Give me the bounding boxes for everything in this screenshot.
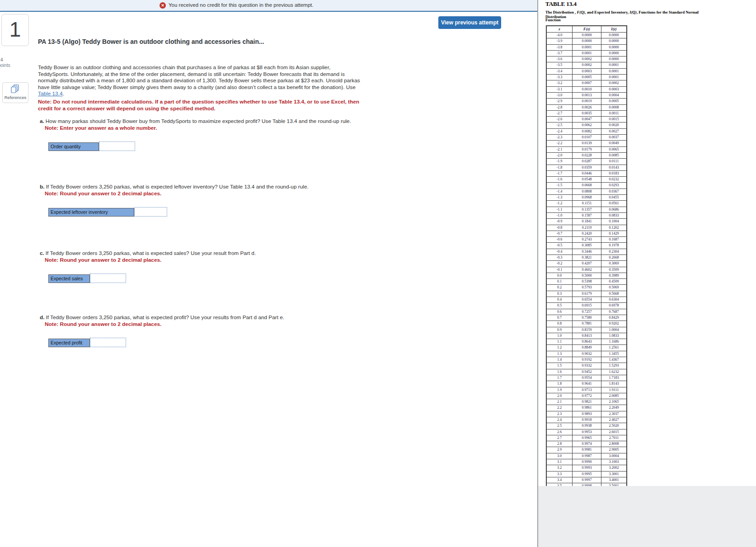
- table-cell: 2.1: [546, 399, 573, 405]
- table-row: 1.10.86431.1686: [546, 339, 627, 345]
- table-cell: 0.0001: [601, 75, 627, 80]
- table-cell: 2.8008: [601, 441, 627, 447]
- table-cell: 0.4602: [573, 267, 601, 273]
- table-cell: -2.5: [546, 123, 573, 128]
- table-row: -2.00.02280.0085: [546, 152, 627, 158]
- table-cell: 0.0008: [601, 104, 627, 110]
- column-header-fz: F(z): [573, 26, 601, 33]
- table-cell: 0.8429: [601, 315, 627, 321]
- table-row: -2.70.00350.0011: [546, 110, 627, 116]
- table-cell: 0.8849: [573, 345, 601, 351]
- table-cell: -1.2: [546, 201, 573, 207]
- table-cell: -3.3: [546, 75, 573, 80]
- table-cell: 0.9918: [573, 417, 601, 423]
- subtitle-prefix: The Distribution ,: [545, 10, 577, 14]
- table-cell: 3.4001: [601, 477, 627, 483]
- table-row: 0.20.57930.5069: [546, 285, 627, 291]
- table-cell: 0.0026: [573, 104, 601, 110]
- table-cell: 1.0004: [601, 327, 627, 333]
- table-cell: 0.0062: [573, 123, 601, 128]
- table-row: -0.30.38210.2668: [546, 255, 627, 260]
- table-cell: 0.0548: [573, 177, 601, 183]
- table-row: -1.60.05480.0232: [546, 177, 627, 183]
- table-cell: 0.6179: [573, 291, 601, 297]
- expected-profit-input[interactable]: [90, 338, 126, 347]
- table-row: -2.90.00190.0005: [546, 99, 627, 104]
- table-cell: 0.9893: [573, 411, 601, 417]
- table-row: 0.90.81591.0004: [546, 327, 627, 333]
- part-d-question: If Teddy Bower orders 3,250 parkas, what…: [46, 314, 284, 321]
- problem-text: Teddy Bower is an outdoor clothing and a…: [38, 64, 360, 90]
- points-label: points: [0, 63, 10, 68]
- table-cell: -1.3: [546, 195, 573, 201]
- table-cell: 3.3: [546, 471, 573, 477]
- table-cell: 0.0000: [573, 33, 601, 38]
- part-a-note: Note: Enter your answer as a whole numbe…: [40, 125, 371, 132]
- table-cell: 0.0293: [601, 183, 627, 189]
- table-row: -3.80.00010.0000: [546, 44, 627, 50]
- table-cell: 0.9965: [573, 435, 601, 441]
- expected-leftover-inventory-input[interactable]: [134, 207, 167, 217]
- table-cell: -3.4: [546, 68, 573, 74]
- table-cell: 3.2002: [601, 465, 627, 471]
- table-cell: 0.0968: [573, 195, 601, 201]
- table-row: -3.20.00070.0002: [546, 80, 627, 86]
- table-row: -1.10.13570.0686: [546, 207, 627, 212]
- table-cell: -2.1: [546, 146, 573, 152]
- expected-sales-input[interactable]: [90, 274, 126, 283]
- table-13-4-link[interactable]: Table 13.4: [38, 90, 62, 97]
- question-part-b: b.If Teddy Bower orders 3,250 parkas, wh…: [40, 184, 371, 217]
- table-cell: -1.4: [546, 189, 573, 194]
- references-button[interactable]: References: [2, 82, 28, 103]
- table-cell: 0.5000: [573, 273, 601, 278]
- points-value: 4: [0, 57, 10, 63]
- table-cell: -3.6: [546, 57, 573, 62]
- table-cell: 0.0: [546, 273, 573, 278]
- table-cell: -2.4: [546, 128, 573, 134]
- table-cell: 1.0833: [601, 333, 627, 339]
- table-cell: 0.1: [546, 279, 573, 285]
- table-cell: 0.0003: [573, 68, 601, 74]
- table-cell: -1.1: [546, 207, 573, 212]
- table-cell: -2.0: [546, 152, 573, 158]
- table-cell: 1.5: [546, 363, 573, 369]
- table-cell: 0.9192: [573, 357, 601, 363]
- order-quantity-input[interactable]: [99, 141, 135, 151]
- table-cell: 0.9821: [573, 399, 601, 405]
- table-cell: -1.7: [546, 170, 573, 176]
- no-credit-banner: ✕ You received no credit for this questi…: [0, 0, 537, 12]
- subtitle-i-symbol: I(Q): [629, 10, 637, 14]
- table-cell: 0.2304: [601, 249, 627, 255]
- table-cell: 2.3037: [601, 411, 627, 417]
- view-previous-attempt-button[interactable]: View previous attempt: [438, 16, 501, 29]
- problem-title: PA 13-5 (Algo) Teddy Bower is an outdoor…: [38, 38, 264, 45]
- table-cell: 0.0143: [601, 165, 627, 170]
- table-cell: 0.0049: [601, 141, 627, 146]
- table-cell: 3.0004: [601, 453, 627, 459]
- table-cell: 1.3: [546, 351, 573, 357]
- table-row: -2.10.01790.0065: [546, 146, 627, 152]
- table-cell: 0.2743: [573, 237, 601, 243]
- table-cell: 0.0111: [601, 159, 627, 165]
- error-icon: ✕: [160, 2, 166, 9]
- table-cell: 0.0015: [601, 117, 627, 123]
- table-cell: -0.6: [546, 237, 573, 243]
- table-row: 2.40.99182.4027: [546, 417, 627, 423]
- part-d-text: d.If Teddy Bower orders 3,250 parkas, wh…: [40, 314, 371, 321]
- table-cell: 0.0013: [573, 92, 601, 98]
- table-cell: 0.1202: [601, 225, 627, 231]
- table-cell: 2.0085: [601, 393, 627, 399]
- table-row: -0.20.42070.3069: [546, 261, 627, 267]
- table-cell: 0.0047: [573, 117, 601, 123]
- table-cell: 1.2561: [601, 345, 627, 351]
- table-cell: 0.4509: [601, 279, 627, 285]
- table-cell: 0.7580: [573, 315, 601, 321]
- part-b-answer-row: Expected leftover inventory: [48, 207, 371, 217]
- table-cell: 0.0446: [573, 170, 601, 176]
- table-cell: 0.0035: [573, 110, 601, 116]
- table-cell: 0.0027: [601, 128, 627, 134]
- table-cell: -1.5: [546, 183, 573, 189]
- table-cell: 2.0: [546, 393, 573, 399]
- table-cell: 0.5398: [573, 279, 601, 285]
- part-d-note: Note: Round your answer to 2 decimal pla…: [40, 321, 371, 328]
